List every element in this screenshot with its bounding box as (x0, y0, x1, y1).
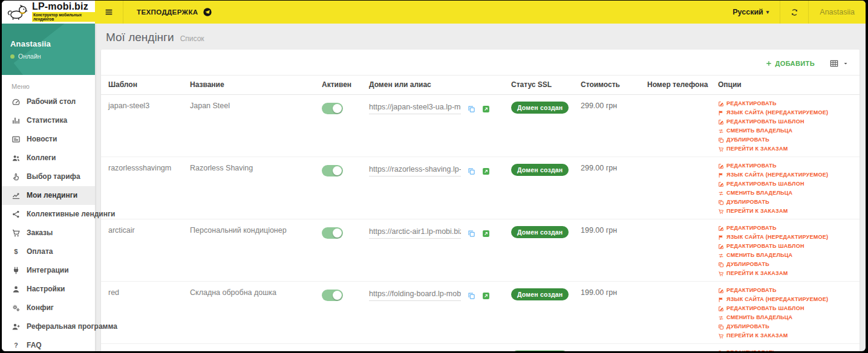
support-button[interactable]: ТЕХПОДДЕРЖКА (123, 1, 226, 24)
option-link[interactable]: СМЕНИТЬ ВЛАДЕЛЬЦА (718, 190, 855, 196)
language-selector[interactable]: Русский ▾ (722, 1, 780, 24)
ssl-status-badge: Домен создан (511, 164, 569, 176)
user-menu-button[interactable]: Anastasiia (809, 1, 866, 24)
open-site-icon[interactable] (482, 230, 490, 238)
option-link[interactable]: ЯЗЫК САЙТА (НЕРЕДАКТИРУЕМОЕ) (718, 109, 855, 116)
option-link[interactable]: ДУБЛИРОВАТЬ (718, 261, 855, 268)
option-link[interactable]: ЯЗЫК САЙТА (НЕРЕДАКТИРУЕМОЕ) (718, 172, 855, 178)
domain-cell (369, 219, 511, 282)
sidebar-item-collective-landings[interactable]: Коллективные лендинги (2, 205, 95, 224)
add-landing-button[interactable]: ДОБАВИТЬ (765, 60, 815, 67)
open-site-icon[interactable] (482, 292, 490, 300)
sidebar-item-label: Заказы (27, 229, 53, 237)
active-toggle[interactable] (322, 290, 343, 301)
phone-cell (647, 95, 718, 157)
sidebar-item-desktop[interactable]: Рабочий стол (2, 92, 95, 111)
option-link-label: ПЕРЕЙТИ К ЗАКАЗАМ (726, 208, 788, 215)
edit-icon (718, 225, 724, 232)
active-toggle[interactable] (322, 227, 343, 239)
option-link[interactable]: РЕДАКТИРОВАТЬ ШАБЛОН (718, 181, 855, 187)
language-icon (718, 110, 724, 116)
view-options-button[interactable] (829, 59, 849, 68)
option-link[interactable]: ПЕРЕЙТИ К ЗАКАЗАМ (718, 208, 855, 215)
open-site-icon[interactable] (482, 167, 490, 175)
grid-icon (829, 59, 839, 68)
sidebar-item-referral[interactable]: Реферальная программа (2, 317, 95, 336)
option-link[interactable]: ДУБЛИРОВАТЬ (718, 323, 855, 330)
option-link-label: РЕДАКТИРОВАТЬ (726, 163, 777, 169)
sidebar-item-tariff[interactable]: Выбор тарифа (2, 167, 95, 186)
sidebar-item-label: Мои лендинги (27, 192, 77, 199)
column-header: Статус SSL (511, 76, 581, 95)
column-header: Домен или алиас (369, 76, 511, 95)
option-link-label: ДУБЛИРОВАТЬ (726, 199, 769, 206)
open-site-icon[interactable] (482, 105, 490, 113)
option-link[interactable]: РЕДАКТИРОВАТЬ (718, 225, 855, 232)
sidebar-item-config[interactable]: Конфиг (2, 299, 95, 317)
option-link[interactable]: РЕДАКТИРОВАТЬ (718, 287, 855, 294)
option-link[interactable]: ДУБЛИРОВАТЬ (718, 137, 855, 143)
main-content: Мої лендінги Список ДОБАВИТЬ (95, 24, 866, 351)
option-link-label: РЕДАКТИРОВАТЬ ШАБЛОН (726, 118, 804, 125)
sidebar-item-news[interactable]: Новости (2, 130, 95, 149)
page-header: Мої лендінги Список (95, 24, 866, 50)
sidebar-item-colleagues[interactable]: Коллеги (2, 149, 95, 167)
logo[interactable]: LP-mobi.biz Конструктор мобильных лендин… (2, 1, 95, 24)
option-link[interactable]: РЕДАКТИРОВАТЬ (718, 349, 855, 351)
brand-tagline: Конструктор мобильных лендингов (32, 12, 95, 22)
option-link-label: ЯЗЫК САЙТА (НЕРЕДАКТИРУЕМОЕ) (726, 296, 828, 303)
menu-toggle-button[interactable] (95, 1, 123, 24)
option-link-label: ЯЗЫК САЙТА (НЕРЕДАКТИРУЕМОЕ) (726, 172, 828, 178)
option-link[interactable]: ПЕРЕЙТИ К ЗАКАЗАМ (718, 146, 855, 152)
option-link[interactable]: ПЕРЕЙТИ К ЗАКАЗАМ (718, 332, 855, 339)
option-link[interactable]: РЕДАКТИРОВАТЬ ШАБЛОН (718, 243, 855, 250)
copy-domain-icon[interactable] (468, 167, 475, 175)
brand-name: LP-mobi.biz (32, 1, 88, 11)
screen-frame: LP-mobi.biz Конструктор мобильных лендин… (0, 0, 868, 353)
template-cell: clothes and shoes (101, 344, 190, 352)
option-link[interactable]: СМЕНИТЬ ВЛАДЕЛЬЦА (718, 128, 855, 134)
active-toggle[interactable] (322, 103, 343, 114)
copy-domain-icon[interactable] (468, 292, 475, 300)
option-link[interactable]: СМЕНИТЬ ВЛАДЕЛЬЦА (718, 252, 855, 259)
option-link[interactable]: РЕДАКТИРОВАТЬ ШАБЛОН (718, 118, 855, 125)
sidebar-item-my-landings[interactable]: Мои лендинги (2, 186, 95, 205)
domain-input[interactable] (369, 226, 461, 239)
option-link[interactable]: РЕДАКТИРОВАТЬ (718, 163, 855, 169)
refresh-button[interactable] (780, 1, 808, 24)
sidebar-item-label: Конфиг (27, 304, 54, 312)
active-toggle[interactable] (322, 165, 343, 176)
option-link[interactable]: СМЕНИТЬ ВЛАДЕЛЬЦА (718, 314, 855, 321)
option-link[interactable]: РЕДАКТИРОВАТЬ ШАБЛОН (718, 305, 855, 312)
copy-domain-icon[interactable] (468, 105, 475, 113)
collective-icon (11, 210, 21, 219)
option-link[interactable]: РЕДАКТИРОВАТЬ (718, 100, 855, 107)
language-icon (718, 297, 724, 303)
template-cell: red (101, 282, 190, 344)
price-cell: 499.00 грн (581, 344, 647, 352)
cogs-icon (11, 303, 21, 313)
duplicate-icon (718, 324, 724, 330)
domain-input[interactable] (369, 164, 461, 176)
sidebar-item-orders[interactable]: Заказы (2, 224, 95, 242)
sidebar-item-settings[interactable]: Настройки (2, 280, 95, 299)
option-link[interactable]: ЯЗЫК САЙТА (НЕРЕДАКТИРУЕМОЕ) (718, 234, 855, 241)
domain-input[interactable] (369, 102, 461, 114)
copy-domain-icon[interactable] (468, 230, 475, 238)
ssl-status-badge: Домен создан (511, 226, 569, 238)
domain-input[interactable] (369, 288, 461, 301)
duplicate-icon (718, 262, 724, 268)
domain-cell (369, 95, 511, 157)
sidebar-item-label: Рабочий стол (27, 98, 76, 106)
sidebar-item-integrations[interactable]: Интеграции (2, 261, 95, 280)
page-subtitle: Список (180, 34, 204, 43)
domain-input[interactable] (369, 351, 461, 351)
option-link[interactable]: ПЕРЕЙТИ К ЗАКАЗАМ (718, 270, 855, 277)
option-link[interactable]: ЯЗЫК САЙТА (НЕРЕДАКТИРУЕМОЕ) (718, 296, 855, 303)
option-link[interactable]: ДУБЛИРОВАТЬ (718, 199, 855, 206)
sidebar-item-label: FAQ (27, 342, 42, 349)
sidebar-item-payment[interactable]: $Оплата (2, 242, 95, 261)
sidebar-item-faq[interactable]: ?FAQ (2, 336, 95, 351)
cart-icon (11, 228, 21, 238)
sidebar-item-statistics[interactable]: Статистика (2, 111, 95, 130)
